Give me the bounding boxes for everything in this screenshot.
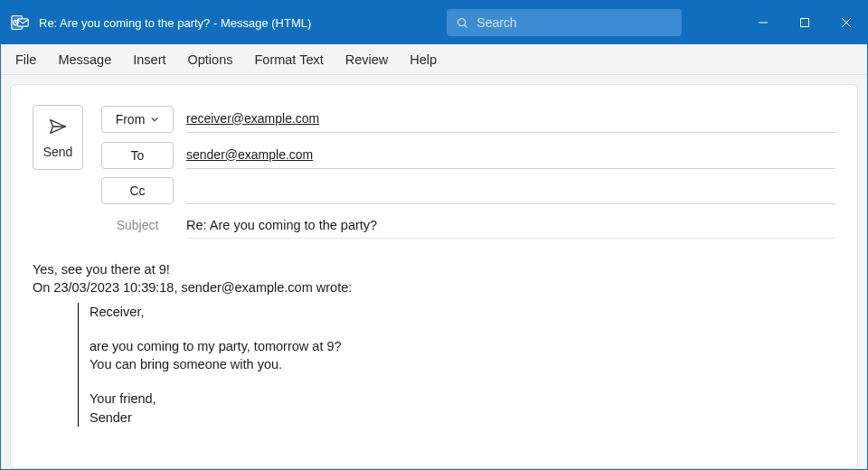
to-value: sender@example.com bbox=[186, 147, 313, 162]
cc-field[interactable] bbox=[186, 177, 835, 204]
minimize-button[interactable] bbox=[742, 1, 784, 44]
menu-format-text[interactable]: Format Text bbox=[254, 52, 323, 67]
menu-file[interactable]: File bbox=[15, 52, 36, 67]
paper-plane-icon bbox=[48, 117, 68, 139]
to-label: To bbox=[131, 148, 145, 163]
quoted-greeting: Receiver, bbox=[90, 303, 835, 321]
search-box[interactable] bbox=[447, 9, 682, 36]
quoted-block: Receiver, are you coming to my party, to… bbox=[78, 303, 835, 427]
svg-line-4 bbox=[465, 24, 467, 27]
to-field[interactable]: sender@example.com bbox=[186, 142, 835, 169]
menu-help[interactable]: Help bbox=[410, 52, 437, 67]
menu-message[interactable]: Message bbox=[58, 52, 111, 67]
send-label: Send bbox=[43, 145, 73, 159]
quoted-signature: Sender bbox=[90, 409, 835, 427]
maximize-button[interactable] bbox=[784, 1, 826, 44]
search-icon bbox=[456, 16, 469, 30]
send-button[interactable]: Send bbox=[33, 105, 83, 170]
menu-options[interactable]: Options bbox=[187, 52, 232, 67]
quote-intro: On 23/03/2023 10:39:18, sender@example.c… bbox=[33, 278, 835, 296]
subject-field[interactable]: Re: Are you coming to the party? bbox=[186, 212, 835, 239]
subject-value: Re: Are you coming to the party? bbox=[186, 218, 377, 232]
menu-insert[interactable]: Insert bbox=[133, 52, 165, 67]
menu-review[interactable]: Review bbox=[345, 52, 389, 67]
window-controls bbox=[742, 1, 867, 44]
from-label: From bbox=[116, 112, 146, 127]
to-button[interactable]: To bbox=[101, 142, 174, 169]
cc-button[interactable]: Cc bbox=[101, 177, 174, 204]
chevron-down-icon bbox=[150, 115, 159, 124]
svg-rect-6 bbox=[801, 19, 809, 27]
from-button[interactable]: From bbox=[101, 106, 174, 133]
menubar: File Message Insert Options Format Text … bbox=[1, 44, 867, 75]
from-field[interactable]: receiver@example.com bbox=[186, 106, 835, 133]
titlebar: Re: Are you coming to the party? - Messa… bbox=[1, 1, 867, 44]
compose-panel: Send From receiver@example.com To sender… bbox=[10, 84, 858, 469]
subject-label: Subject bbox=[101, 218, 174, 232]
reply-text: Yes, see you there at 9! bbox=[33, 260, 835, 278]
app-icon bbox=[10, 13, 30, 33]
svg-rect-1 bbox=[18, 19, 29, 26]
close-button[interactable] bbox=[826, 1, 867, 44]
from-value: receiver@example.com bbox=[186, 111, 319, 126]
quoted-signoff: Your friend, bbox=[90, 390, 835, 408]
quoted-line1: are you coming to my party, tomorrow at … bbox=[90, 337, 835, 355]
window-title: Re: Are you coming to the party? - Messa… bbox=[39, 16, 311, 30]
cc-label: Cc bbox=[129, 183, 145, 198]
quoted-line2: You can bring someone with you. bbox=[90, 355, 835, 373]
svg-point-3 bbox=[458, 18, 466, 25]
message-body[interactable]: Yes, see you there at 9! On 23/03/2023 1… bbox=[33, 260, 835, 427]
search-input[interactable] bbox=[476, 15, 673, 30]
